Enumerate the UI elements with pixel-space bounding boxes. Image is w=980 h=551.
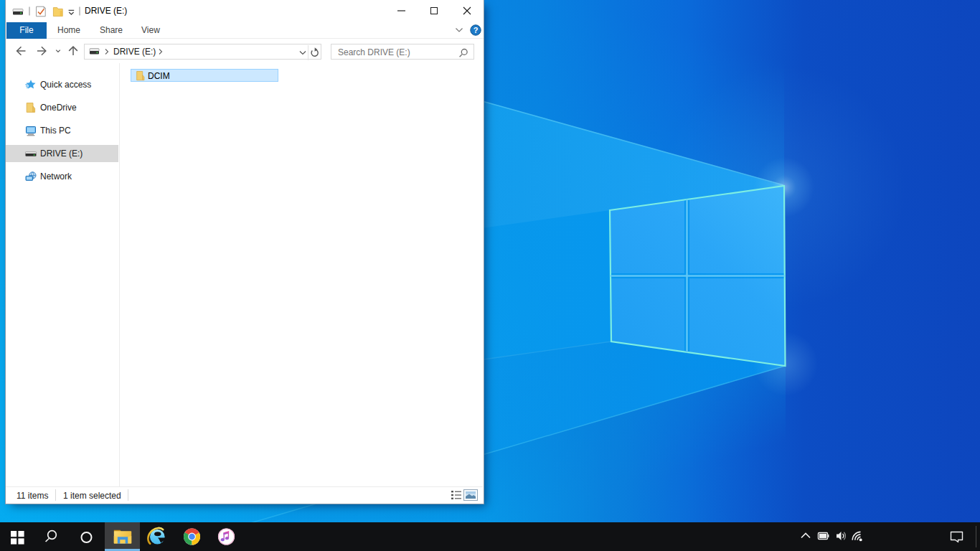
svg-text:?: ? [473,26,479,34]
svg-text:DRIVE (E:): DRIVE (E:) [113,47,156,57]
